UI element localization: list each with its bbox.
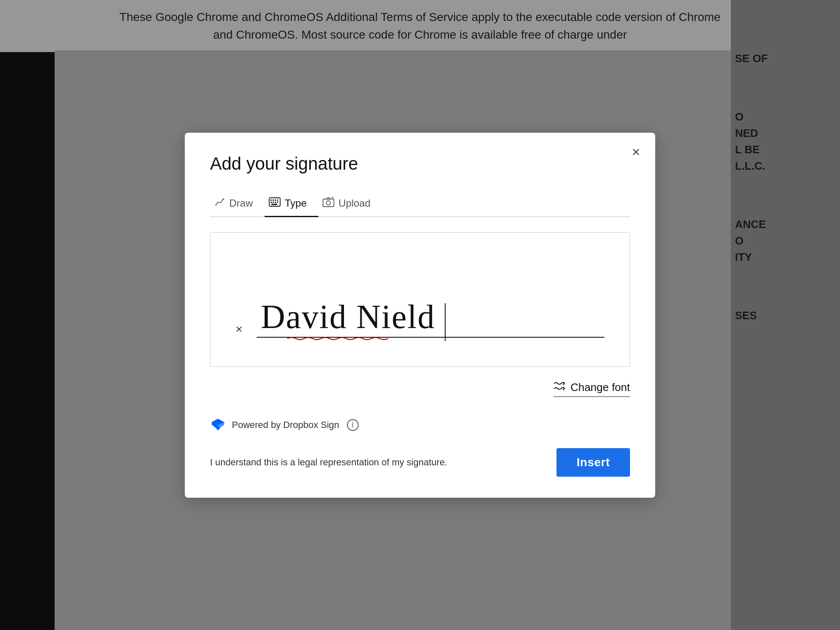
svg-rect-4 bbox=[275, 200, 276, 201]
dropbox-sign-logo bbox=[210, 417, 226, 433]
signature-cursive-text: David Nield bbox=[261, 300, 435, 333]
change-font-row: Change font bbox=[210, 378, 630, 397]
svg-rect-7 bbox=[273, 202, 274, 203]
svg-point-12 bbox=[326, 201, 331, 205]
signature-area[interactable]: × David Nield bbox=[210, 232, 630, 367]
svg-rect-3 bbox=[273, 200, 274, 201]
camera-icon bbox=[323, 197, 334, 210]
insert-button[interactable]: Insert bbox=[556, 448, 630, 477]
powered-by-row: Powered by Dropbox Sign i bbox=[210, 417, 630, 433]
svg-rect-11 bbox=[323, 199, 334, 207]
tabs-container: Draw Typ bbox=[210, 191, 630, 217]
svg-rect-9 bbox=[277, 202, 278, 203]
svg-point-0 bbox=[215, 204, 217, 205]
info-icon[interactable]: i bbox=[347, 419, 359, 431]
tab-upload[interactable]: Upload bbox=[318, 191, 382, 217]
text-cursor bbox=[445, 303, 446, 341]
svg-rect-2 bbox=[270, 200, 272, 201]
footer-row: I understand this is a legal representat… bbox=[210, 448, 630, 477]
signature-modal: × Add your signature Draw bbox=[185, 133, 655, 498]
signature-x-mark: × bbox=[236, 323, 242, 336]
tab-draw-label: Draw bbox=[229, 197, 253, 209]
tab-draw[interactable]: Draw bbox=[210, 191, 265, 217]
powered-by-text: Powered by Dropbox Sign bbox=[232, 420, 339, 430]
modal-title: Add your signature bbox=[210, 154, 630, 174]
change-font-button[interactable]: Change font bbox=[554, 378, 630, 397]
svg-rect-5 bbox=[277, 200, 278, 201]
tab-upload-label: Upload bbox=[339, 197, 370, 209]
legal-text: I understand this is a legal representat… bbox=[210, 457, 447, 468]
close-button[interactable]: × bbox=[632, 144, 640, 159]
keyboard-icon bbox=[269, 197, 281, 209]
svg-rect-6 bbox=[270, 202, 272, 203]
svg-rect-10 bbox=[271, 204, 277, 205]
tab-type[interactable]: Type bbox=[265, 191, 318, 217]
spell-check-underline bbox=[287, 335, 388, 342]
change-font-label: Change font bbox=[570, 381, 630, 394]
signature-text-wrapper: David Nield bbox=[261, 300, 435, 333]
font-shuffle-icon bbox=[554, 380, 565, 395]
svg-rect-8 bbox=[275, 202, 276, 203]
tab-type-label: Type bbox=[285, 197, 307, 209]
draw-icon bbox=[214, 197, 225, 210]
modal-overlay: × Add your signature Draw bbox=[0, 0, 840, 630]
